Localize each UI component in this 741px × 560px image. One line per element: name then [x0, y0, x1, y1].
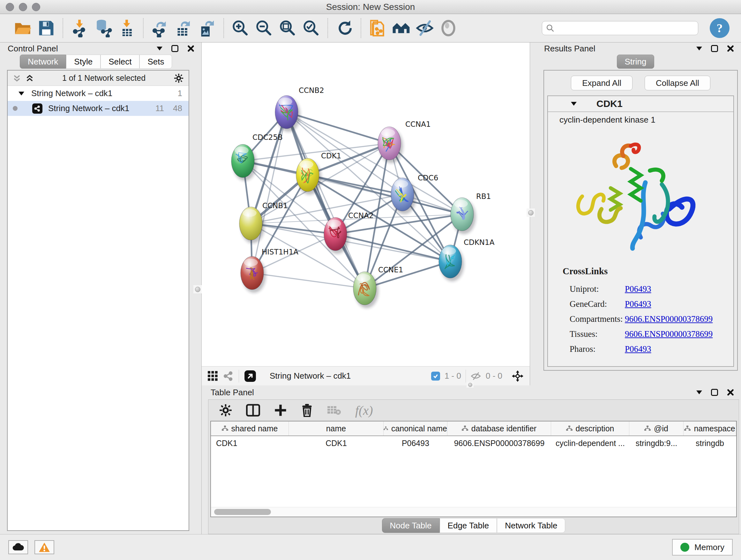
import-network-file-button[interactable] — [68, 16, 91, 40]
network-row-selected[interactable]: String Network – cdk1 1148 — [8, 101, 189, 116]
tab-sets[interactable]: Sets — [139, 55, 172, 69]
network-collection-row[interactable]: String Network – cdk1 1 — [8, 86, 189, 101]
delete-column-icon[interactable] — [301, 403, 313, 417]
protein-name: CDK1 — [596, 98, 623, 109]
left-splitter-handle[interactable] — [193, 285, 202, 294]
warnings-button[interactable] — [35, 540, 54, 554]
table-panel-title: Table Panel — [211, 388, 254, 397]
column-header-namespace[interactable]: namespace — [684, 422, 736, 435]
uniprot-link[interactable]: P06493 — [625, 284, 651, 294]
search-input[interactable] — [557, 23, 694, 33]
expand-all-button[interactable]: Expand All — [571, 76, 632, 90]
export-table-button[interactable] — [172, 16, 195, 40]
apply-layout-button[interactable] — [333, 16, 356, 40]
share-view-icon[interactable] — [223, 371, 233, 381]
node-table: shared name name canonical name database… — [210, 421, 737, 517]
bottom-splitter-handle[interactable] — [467, 382, 474, 388]
titlebar: Session: New Session — [0, 0, 741, 14]
open-session-button[interactable] — [11, 16, 35, 40]
collection-expand-icon[interactable] — [18, 91, 24, 96]
delete-table-icon — [327, 405, 341, 416]
save-session-button[interactable] — [35, 16, 58, 40]
column-header-canonical-name[interactable]: canonical name — [384, 422, 448, 435]
birdseye-toggle-icon[interactable] — [244, 370, 256, 382]
import-table-file-button[interactable] — [115, 16, 138, 40]
node-label-CCNE1: CCNE1 — [378, 266, 403, 274]
app-window: Session: New Session — [0, 0, 741, 560]
cell-namespace[interactable]: stringdb — [684, 436, 736, 450]
function-builder-icon: f(x) — [355, 403, 373, 418]
cell-database-identifier[interactable]: 9606.ENSP00000378699 — [448, 436, 551, 450]
show-graphics-details-button[interactable] — [436, 16, 460, 40]
column-header-shared-name[interactable]: shared name — [211, 422, 289, 435]
table-settings-gear-icon[interactable] — [219, 404, 232, 417]
hidden-count: 0 - 0 — [486, 371, 502, 381]
genecard-link[interactable]: P06493 — [625, 299, 651, 309]
expand-all-chevron-icon[interactable] — [13, 74, 21, 82]
export-image-button[interactable] — [195, 16, 219, 40]
right-splitter-handle[interactable] — [527, 208, 535, 217]
selected-checkbox-icon[interactable] — [431, 372, 440, 381]
panel-menu-icon[interactable] — [696, 47, 702, 51]
network-canvas[interactable]: CCNB2CCNA1CDC25BCDK1CDC6RB1CCNB1CCNA2CDK… — [202, 43, 530, 366]
tab-network-table[interactable]: Network Table — [497, 518, 565, 533]
new-network-from-selection-button[interactable] — [366, 16, 389, 40]
collapse-protein-icon[interactable] — [571, 102, 577, 106]
zoom-in-button[interactable] — [228, 16, 252, 40]
collapse-all-button[interactable]: Collapse All — [645, 76, 711, 90]
zoom-selected-button[interactable] — [299, 16, 323, 40]
question-mark-icon: ? — [717, 21, 723, 35]
tab-edge-table[interactable]: Edge Table — [440, 518, 497, 533]
panel-menu-icon[interactable] — [696, 390, 702, 394]
toolbar-search[interactable] — [542, 21, 698, 35]
horizontal-scrollbar[interactable] — [211, 507, 736, 516]
import-network-database-button[interactable] — [91, 16, 115, 40]
cloud-status-button[interactable] — [8, 540, 28, 554]
column-header-id[interactable]: @id — [629, 422, 684, 435]
add-column-icon[interactable] — [274, 404, 287, 417]
column-header-description[interactable]: description — [551, 422, 629, 435]
show-columns-icon[interactable] — [246, 404, 260, 417]
cell-shared-name[interactable]: CDK1 — [211, 436, 289, 450]
tab-network[interactable]: Network — [20, 55, 66, 69]
hide-selected-button[interactable] — [413, 16, 436, 40]
column-header-database-identifier[interactable]: database identifier — [448, 422, 551, 435]
float-panel-icon[interactable] — [172, 45, 179, 52]
protein-card-header[interactable]: CDK1 — [548, 96, 733, 112]
cell-id[interactable]: stringdb:9... — [629, 436, 684, 450]
pharos-link[interactable]: P06493 — [625, 344, 651, 354]
zoom-out-button[interactable] — [252, 16, 276, 40]
pan-crosshair-icon[interactable] — [511, 370, 524, 382]
zoom-selected-icon — [302, 19, 320, 37]
close-panel-icon[interactable] — [727, 45, 734, 52]
column-header-name[interactable]: name — [289, 422, 384, 435]
grid-layout-icon[interactable] — [207, 371, 218, 381]
tab-node-table[interactable]: Node Table — [382, 518, 440, 533]
houses-icon — [392, 19, 410, 37]
close-panel-icon[interactable] — [727, 389, 734, 396]
export-network-button[interactable] — [148, 16, 172, 40]
memory-button[interactable]: Memory — [672, 539, 733, 556]
close-panel-icon[interactable] — [187, 45, 194, 52]
compartments-link[interactable]: 9606.ENSP00000378699 — [625, 314, 713, 324]
float-panel-icon[interactable] — [711, 389, 718, 396]
tab-style[interactable]: Style — [66, 55, 100, 69]
tab-select[interactable]: Select — [100, 55, 139, 69]
zoom-fit-button[interactable] — [276, 16, 299, 40]
node-label-CDC25B: CDC25B — [253, 133, 283, 141]
panel-menu-icon[interactable] — [157, 47, 162, 51]
tissues-link[interactable]: 9606.ENSP00000378699 — [625, 329, 713, 339]
first-neighbors-button[interactable] — [389, 16, 413, 40]
cell-description[interactable]: cyclin-dependent ... — [551, 436, 629, 450]
node-label-HIST1H1A: HIST1H1A — [262, 248, 298, 256]
scrollbar-thumb[interactable] — [214, 509, 271, 515]
gear-icon[interactable] — [174, 73, 184, 83]
cell-name[interactable]: CDK1 — [289, 436, 384, 450]
cell-canonical-name[interactable]: P06493 — [384, 436, 448, 450]
float-panel-icon[interactable] — [711, 45, 718, 52]
help-button[interactable]: ? — [710, 18, 730, 38]
collapse-all-chevron-icon[interactable] — [25, 74, 34, 82]
table-row[interactable]: CDK1 CDK1 P06493 9606.ENSP00000378699 cy… — [211, 436, 736, 450]
crosslinks-title: CrossLinks — [562, 266, 733, 276]
tab-string[interactable]: String — [617, 55, 655, 69]
